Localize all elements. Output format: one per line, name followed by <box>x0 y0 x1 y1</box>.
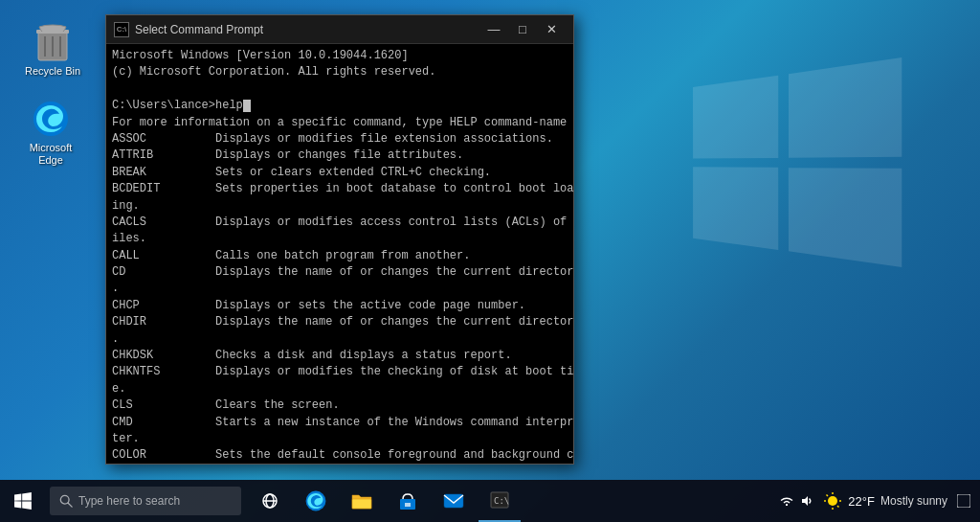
recycle-bin-image <box>33 23 72 61</box>
taskbar-search-box[interactable]: Type here to search <box>50 487 241 515</box>
maximize-button[interactable]: □ <box>508 15 537 44</box>
weather-condition: Mostly sunny <box>880 494 947 508</box>
cmd-titlebar: C:\ Select Command Prompt — □ ✕ <box>106 15 573 44</box>
start-button[interactable] <box>0 480 46 522</box>
taskbar: Type here to search <box>0 480 980 522</box>
weather-icon <box>823 491 842 511</box>
svg-rect-15 <box>405 503 411 507</box>
weather-widget[interactable]: 22°F Mostly sunny <box>823 491 947 511</box>
svg-text:C:\: C:\ <box>494 496 509 506</box>
recycle-bin-icon[interactable]: Recycle Bin <box>19 19 86 81</box>
taskbar-cmd-button[interactable]: C:\ <box>479 480 521 522</box>
task-view-button[interactable] <box>249 480 291 522</box>
cmd-content-scroll[interactable]: Microsoft Windows [Version 10.0.19044.16… <box>106 44 573 464</box>
sound-icon[interactable] <box>800 494 813 508</box>
edge-label: Microsoft Edge <box>21 142 80 167</box>
cmd-body: Microsoft Windows [Version 10.0.19044.16… <box>106 44 573 464</box>
taskbar-store-button[interactable] <box>387 480 429 522</box>
weather-temp: 22°F <box>848 494 875 509</box>
svg-rect-16 <box>444 494 463 508</box>
svg-rect-13 <box>352 499 371 509</box>
notification-icon[interactable] <box>957 494 970 508</box>
close-button[interactable]: ✕ <box>537 15 566 44</box>
cmd-window-controls: — □ ✕ <box>479 15 566 44</box>
taskbar-pinned-icons: C:\ <box>249 480 521 522</box>
minimize-button[interactable]: — <box>479 15 508 44</box>
cmd-title: Select Command Prompt <box>135 23 479 36</box>
taskbar-mail-button[interactable] <box>433 480 475 522</box>
taskbar-explorer-button[interactable] <box>341 480 383 522</box>
svg-rect-26 <box>957 494 970 508</box>
search-placeholder: Type here to search <box>78 494 180 508</box>
windows-watermark <box>693 57 903 268</box>
recycle-bin-label: Recycle Bin <box>25 65 80 78</box>
network-icon[interactable] <box>779 494 794 508</box>
taskbar-edge-button[interactable] <box>295 480 337 522</box>
edge-browser-icon[interactable]: Microsoft Edge <box>17 96 84 170</box>
cmd-output: Microsoft Windows [Version 10.0.19044.16… <box>112 48 568 464</box>
svg-line-24 <box>827 495 829 497</box>
edge-image <box>32 100 70 138</box>
svg-line-8 <box>68 503 72 507</box>
svg-line-25 <box>837 506 839 508</box>
cmd-icon: C:\ <box>114 22 129 37</box>
svg-point-19 <box>828 496 837 506</box>
desktop: Recycle Bin Microsoft Edge C:\ Select Co… <box>0 0 980 522</box>
cmd-window: C:\ Select Command Prompt — □ ✕ Microsof… <box>105 14 574 465</box>
taskbar-right: 22°F Mostly sunny <box>779 491 980 511</box>
